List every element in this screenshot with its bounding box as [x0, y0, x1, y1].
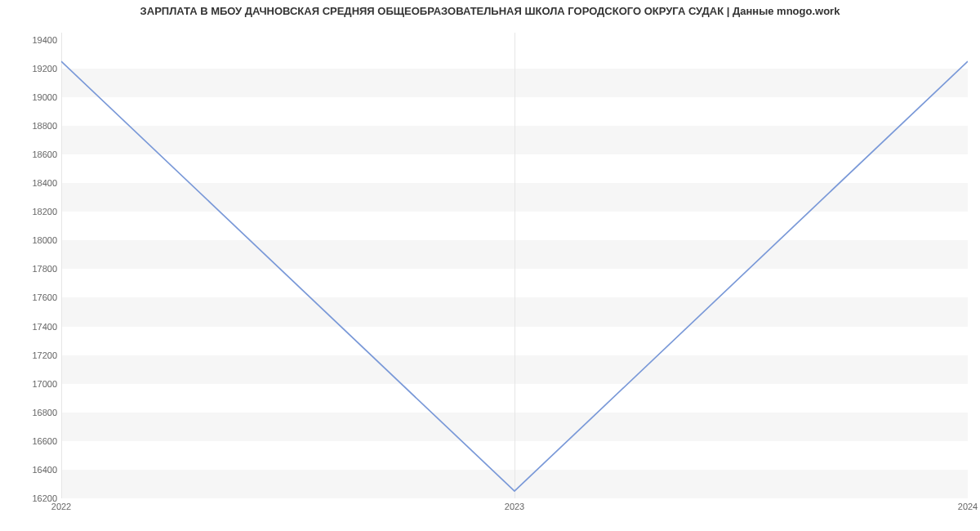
x-tick-label: 2022 [51, 502, 71, 511]
y-tick-label: 18400 [8, 178, 57, 188]
y-tick-label: 16400 [8, 465, 57, 475]
y-tick-label: 17000 [8, 379, 57, 389]
plot-area [61, 33, 968, 498]
y-tick-label: 18000 [8, 235, 57, 245]
y-tick-label: 18600 [8, 149, 57, 159]
y-tick-label: 17600 [8, 292, 57, 302]
chart-container: ЗАРПЛАТА В МБОУ ДАЧНОВСКАЯ СРЕДНЯЯ ОБЩЕО… [0, 0, 980, 531]
y-tick-label: 16600 [8, 436, 57, 446]
y-tick-label: 17800 [8, 264, 57, 274]
y-tick-label: 18800 [8, 121, 57, 131]
y-tick-label: 19200 [8, 64, 57, 74]
chart-title: ЗАРПЛАТА В МБОУ ДАЧНОВСКАЯ СРЕДНЯЯ ОБЩЕО… [0, 5, 980, 17]
x-tick-label: 2023 [505, 502, 524, 511]
y-tick-label: 18200 [8, 207, 57, 216]
y-tick-label: 16800 [8, 408, 57, 417]
y-tick-label: 17200 [8, 350, 57, 360]
y-tick-label: 19000 [8, 92, 57, 102]
line-layer [61, 33, 968, 498]
y-tick-label: 17400 [8, 322, 57, 332]
y-tick-label: 19400 [8, 35, 57, 45]
y-tick-label: 16200 [8, 493, 57, 503]
series-line [61, 61, 968, 491]
x-tick-label: 2024 [958, 502, 978, 511]
